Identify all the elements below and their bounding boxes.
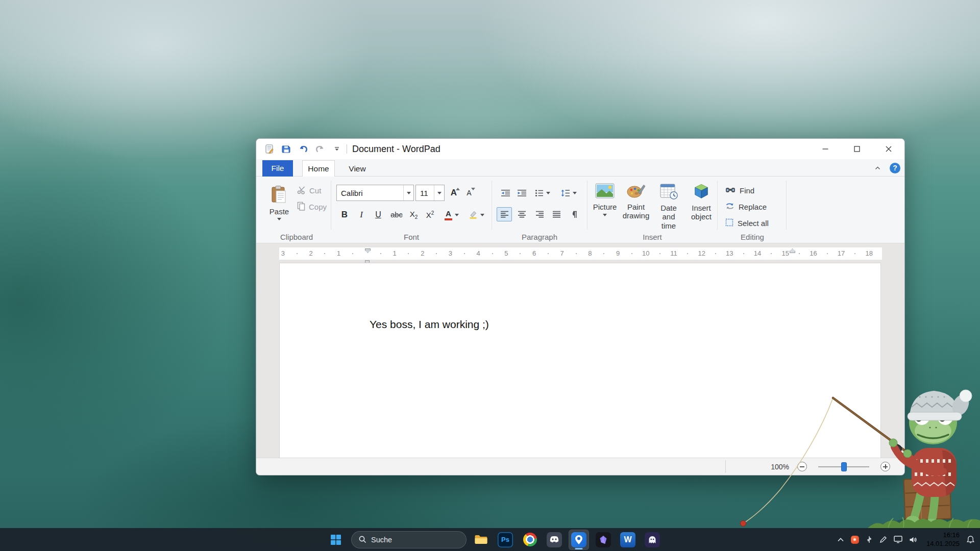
notification-bell-icon[interactable] (966, 535, 975, 544)
taskbar-clock[interactable]: 16:16 14.01.2025 (926, 531, 960, 548)
tab-home[interactable]: Home (302, 160, 335, 177)
justify-button[interactable] (549, 207, 564, 221)
picture-button[interactable]: Picture (590, 180, 620, 240)
replace-icon (725, 202, 734, 212)
font-family-select[interactable]: Calibri (336, 185, 414, 201)
find-label: Find (740, 186, 754, 195)
ruler-number: 2 (408, 247, 436, 260)
copy-button[interactable]: Copy (297, 200, 329, 213)
insert-group: Picture Paint drawing Date and time (589, 177, 716, 243)
help-icon[interactable]: ? (890, 163, 900, 173)
replace-button[interactable]: Replace (725, 200, 786, 213)
ruler-number: 15 (771, 247, 799, 260)
gem-icon (596, 532, 611, 547)
qat-customize-button[interactable] (330, 142, 344, 156)
hidden-icons-chevron[interactable] (837, 538, 844, 542)
search-input[interactable]: Suche (351, 531, 467, 548)
zoom-out-button[interactable] (797, 462, 807, 471)
zoom-slider-thumb[interactable] (841, 462, 847, 471)
font-group-label: Font (333, 233, 490, 241)
tab-view[interactable]: View (342, 160, 373, 177)
strikethrough-button[interactable]: abc (387, 207, 406, 222)
paint-drawing-icon (626, 183, 646, 200)
increase-indent-icon (517, 189, 527, 197)
undo-button[interactable] (297, 142, 310, 156)
taskbar-app-discord[interactable] (544, 530, 565, 550)
ghost-icon (645, 532, 660, 547)
paint-drawing-button[interactable]: Paint drawing (621, 180, 651, 240)
subscript-button[interactable]: X2 (405, 207, 422, 222)
zoom-label: 100% (771, 463, 789, 471)
increase-indent-button[interactable] (514, 186, 529, 200)
superscript-button[interactable]: X2 (422, 207, 438, 222)
date-time-icon (659, 183, 678, 201)
tray-display-icon[interactable] (894, 536, 902, 543)
font-color-button[interactable]: A (440, 207, 463, 222)
clipboard-group: Paste Cut Copy Clipboard (262, 177, 331, 243)
font-size-value: 11 (420, 189, 428, 197)
line-spacing-button[interactable] (557, 186, 580, 200)
tray-app-color-icon[interactable] (851, 536, 859, 544)
titlebar[interactable]: Document - WordPad (256, 139, 904, 159)
decrease-indent-button[interactable] (498, 186, 513, 200)
bold-glyph: B (341, 210, 348, 220)
font-size-select[interactable]: 11 (415, 185, 445, 201)
taskbar-app-file-explorer[interactable] (471, 530, 491, 550)
group-divider (717, 181, 718, 230)
replace-label: Replace (739, 203, 767, 211)
zoom-slider[interactable] (818, 462, 869, 472)
ruler-number: 10 (632, 247, 660, 260)
start-button[interactable] (325, 530, 347, 550)
find-button[interactable]: Find (725, 184, 786, 197)
select-all-button[interactable]: Select all (725, 216, 786, 230)
ruler-number: 17 (827, 247, 855, 260)
taskbar-app-chrome[interactable] (520, 530, 540, 550)
align-right-button[interactable] (532, 207, 547, 221)
close-button[interactable] (873, 139, 904, 159)
shrink-font-button[interactable]: A (461, 185, 477, 201)
cut-button[interactable]: Cut (297, 184, 329, 197)
taskbar-app-active-pin[interactable] (569, 530, 589, 550)
tray-bluetooth-icon[interactable] (866, 536, 873, 543)
bulleted-list-icon (535, 189, 544, 197)
ribbon-collapse-icon[interactable] (871, 162, 884, 173)
minimize-button[interactable] (810, 139, 841, 159)
discord-icon (547, 532, 562, 547)
bold-button[interactable]: B (336, 207, 353, 222)
insert-object-button[interactable]: Insert object (687, 180, 716, 240)
ruler-number: 12 (688, 247, 716, 260)
taskbar-app-word[interactable]: W (618, 530, 638, 550)
paragraph-mark-icon (570, 211, 577, 218)
chevron-down-icon (434, 185, 444, 201)
tab-file[interactable]: File (262, 160, 293, 177)
grow-font-button[interactable]: A (446, 185, 461, 201)
text-highlight-button[interactable] (464, 207, 488, 222)
align-center-button[interactable] (514, 207, 529, 221)
chevron-down-icon (546, 192, 550, 194)
arrow-up-icon (456, 188, 460, 190)
maximize-button[interactable] (841, 139, 873, 159)
taskbar-app-photoshop[interactable]: Ps (495, 530, 516, 550)
redo-button[interactable] (313, 142, 327, 156)
beanie-pompom (960, 390, 972, 402)
document-page[interactable]: Yes boss, I am working ;) (279, 263, 881, 458)
align-left-button[interactable] (497, 207, 512, 221)
paragraph-dialog-button[interactable] (566, 207, 581, 221)
ribbon: Paste Cut Copy Clipboard (256, 177, 904, 243)
beanie (910, 391, 960, 418)
list-button[interactable] (531, 186, 554, 200)
tray-volume-icon[interactable] (909, 536, 917, 543)
group-divider (786, 181, 787, 230)
save-button[interactable] (280, 142, 293, 156)
paste-button[interactable]: Paste (267, 182, 291, 235)
taskbar-app-dark-1[interactable] (593, 530, 614, 550)
date-time-button[interactable]: Date and time (654, 180, 683, 240)
ruler-number: 2 (297, 247, 325, 260)
zoom-in-button[interactable] (880, 462, 890, 471)
tray-pen-icon[interactable] (879, 536, 887, 543)
taskbar-app-dark-2[interactable] (642, 530, 663, 550)
word-icon: W (620, 532, 635, 547)
underline-button[interactable]: U (370, 207, 386, 222)
italic-button[interactable]: I (353, 207, 370, 222)
align-center-icon (518, 211, 526, 218)
